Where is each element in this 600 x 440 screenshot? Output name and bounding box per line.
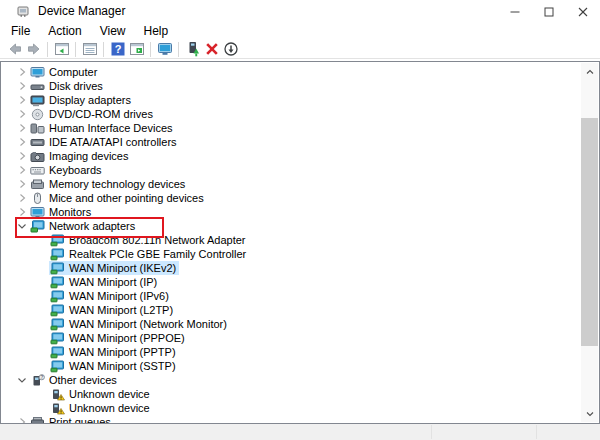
tree-item-unknown-device[interactable]: Unknown device xyxy=(49,387,581,401)
toolbar-separator xyxy=(75,42,76,57)
tree-item-wan-miniport-sstp[interactable]: WAN Miniport (SSTP) xyxy=(49,359,581,373)
tree-item-realtek-pcie-gbe-family-controller[interactable]: Realtek PCIe GBE Family Controller xyxy=(49,247,581,261)
disable-button[interactable] xyxy=(221,40,240,58)
vertical-scrollbar[interactable] xyxy=(581,63,598,422)
unknown-device-icon xyxy=(50,402,65,415)
close-button[interactable] xyxy=(566,0,600,24)
tree-item-label: Unknown device xyxy=(69,387,150,401)
scan-computer-icon xyxy=(157,41,173,57)
tree-item-memory-technology-devices[interactable]: Memory technology devices xyxy=(15,177,581,191)
tree-item-label: Monitors xyxy=(49,205,91,219)
tree-item-monitors[interactable]: Monitors xyxy=(15,205,581,219)
chevron-right-icon[interactable] xyxy=(15,79,29,93)
network-adapter-icon xyxy=(50,346,65,359)
tree-item-other-devices[interactable]: ?Other devices xyxy=(15,373,581,387)
maximize-button[interactable] xyxy=(532,0,566,24)
tree-item-wan-miniport-pptp[interactable]: WAN Miniport (PPTP) xyxy=(49,345,581,359)
toolbar-separator xyxy=(178,42,179,57)
chevron-down-icon[interactable] xyxy=(15,373,29,387)
tree-item-label: Realtek PCIe GBE Family Controller xyxy=(69,247,246,261)
chevron-right-icon[interactable] xyxy=(15,135,29,149)
chevron-right-icon[interactable] xyxy=(15,205,29,219)
tree-item-label: WAN Miniport (IP) xyxy=(69,275,157,289)
svg-text:?: ? xyxy=(40,375,43,380)
network-adapter-icon xyxy=(50,290,65,303)
display-icon xyxy=(30,94,45,107)
tree-item-display-adapters[interactable]: Display adapters xyxy=(15,93,581,107)
scan-computer-button[interactable] xyxy=(155,40,174,58)
disable-icon xyxy=(223,41,239,57)
tree-item-dvd-cd-rom-drives[interactable]: DVD/CD-ROM drives xyxy=(15,107,581,121)
tree-item-ide-ata-atapi-controllers[interactable]: IDE ATA/ATAPI controllers xyxy=(15,135,581,149)
window-controls xyxy=(498,0,600,24)
back-button[interactable] xyxy=(5,40,24,58)
tree-item-broadcom-802-11n-network-adapter[interactable]: Broadcom 802.11n Network Adapter xyxy=(49,233,581,247)
menu-action[interactable]: Action xyxy=(39,22,90,40)
chevron-right-icon[interactable] xyxy=(15,415,29,424)
help-icon: ? xyxy=(110,41,126,57)
menu-bar: FileActionViewHelp xyxy=(0,22,600,40)
menu-help[interactable]: Help xyxy=(135,22,178,40)
help-button[interactable]: ? xyxy=(108,40,127,58)
scroll-up-button[interactable] xyxy=(581,63,598,80)
tree-item-imaging-devices[interactable]: Imaging devices xyxy=(15,149,581,163)
tree-item-print-queues[interactable]: Print queues xyxy=(15,415,581,424)
tree-item-label: DVD/CD-ROM drives xyxy=(49,107,153,121)
tree-item-label: Other devices xyxy=(49,373,117,387)
tree-item-label: Disk drives xyxy=(49,79,103,93)
chevron-right-icon[interactable] xyxy=(15,65,29,79)
device-manager-icon xyxy=(16,4,30,18)
tree-item-wan-miniport-ip[interactable]: WAN Miniport (IP) xyxy=(49,275,581,289)
show-action-pane-icon xyxy=(129,41,145,57)
chevron-right-icon[interactable] xyxy=(15,121,29,135)
tree-item-label: Print queues xyxy=(49,415,111,424)
update-driver-button[interactable] xyxy=(183,40,202,58)
tree-item-label: Mice and other pointing devices xyxy=(49,191,204,205)
tree-item-label: Memory technology devices xyxy=(49,177,185,191)
tree-item-label: Human Interface Devices xyxy=(49,121,173,135)
tree-item-keyboards[interactable]: Keyboards xyxy=(15,163,581,177)
minimize-button[interactable] xyxy=(498,0,532,24)
export-list-button[interactable] xyxy=(80,40,99,58)
tree-item-computer[interactable]: Computer xyxy=(15,65,581,79)
show-console-tree-icon xyxy=(54,41,70,57)
tree-item-unknown-device[interactable]: Unknown device xyxy=(49,401,581,415)
chevron-right-icon[interactable] xyxy=(15,107,29,121)
chevron-right-icon[interactable] xyxy=(15,191,29,205)
disk-icon xyxy=(30,80,45,93)
back-icon xyxy=(7,41,23,57)
menu-view[interactable]: View xyxy=(91,22,135,40)
network-adapter-icon xyxy=(50,276,65,289)
menu-file[interactable]: File xyxy=(2,22,39,40)
scroll-down-button[interactable] xyxy=(581,405,598,422)
other-device-icon: ? xyxy=(30,374,45,387)
chevron-right-icon[interactable] xyxy=(15,177,29,191)
scrollbar-thumb[interactable] xyxy=(581,118,598,346)
tree-item-wan-miniport-pppoe[interactable]: WAN Miniport (PPPOE) xyxy=(49,331,581,345)
export-list-icon xyxy=(82,41,98,57)
toolbar: ? xyxy=(0,40,600,59)
tree-item-wan-miniport-ikev2[interactable]: WAN Miniport (IKEv2) xyxy=(49,261,581,275)
tree-item-label: Computer xyxy=(49,65,97,79)
chevron-down-icon[interactable] xyxy=(15,219,29,233)
tree-item-disk-drives[interactable]: Disk drives xyxy=(15,79,581,93)
monitor-icon xyxy=(30,206,45,219)
show-action-pane-button[interactable] xyxy=(127,40,146,58)
network-adapter-icon xyxy=(50,248,65,261)
tree-item-wan-miniport-network-monitor[interactable]: WAN Miniport (Network Monitor) xyxy=(49,317,581,331)
tree-item-wan-miniport-ipv6[interactable]: WAN Miniport (IPv6) xyxy=(49,289,581,303)
tree-item-label: WAN Miniport (IPv6) xyxy=(69,289,169,303)
mouse-icon xyxy=(30,192,45,205)
chevron-right-icon[interactable] xyxy=(15,93,29,107)
tree-item-mice-and-other-pointing-devices[interactable]: Mice and other pointing devices xyxy=(15,191,581,205)
uninstall-button[interactable] xyxy=(202,40,221,58)
tree-item-network-adapters[interactable]: Network adapters xyxy=(15,219,581,233)
show-console-tree-button[interactable] xyxy=(52,40,71,58)
network-adapter-icon xyxy=(50,262,65,275)
chevron-right-icon[interactable] xyxy=(15,163,29,177)
chevron-right-icon[interactable] xyxy=(15,149,29,163)
forward-button[interactable] xyxy=(24,40,43,58)
tree-item-wan-miniport-l2tp[interactable]: WAN Miniport (L2TP) xyxy=(49,303,581,317)
tree-item-label: WAN Miniport (IKEv2) xyxy=(69,261,176,275)
tree-item-human-interface-devices[interactable]: Human Interface Devices xyxy=(15,121,581,135)
